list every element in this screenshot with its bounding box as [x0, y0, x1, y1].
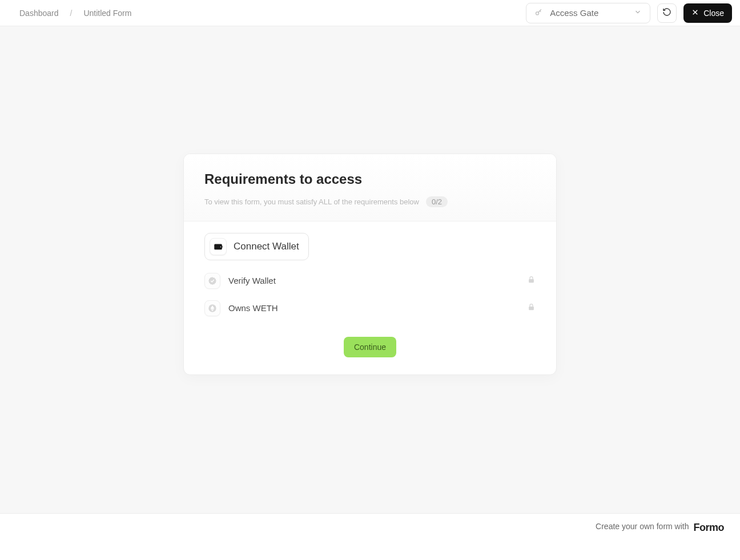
card-title: Requirements to access — [204, 171, 536, 187]
close-button[interactable]: Close — [683, 3, 732, 23]
svg-rect-6 — [529, 279, 534, 283]
connect-wallet-button[interactable]: Connect Wallet — [204, 233, 309, 260]
card-body: Connect Wallet Verify Wallet Owns WETH — [184, 221, 556, 374]
card-header: Requirements to access To view this form… — [184, 154, 556, 221]
breadcrumb: Dashboard / Untitled Form — [19, 9, 131, 18]
footer: Create your own form with Formo — [0, 513, 740, 560]
close-label: Close — [703, 9, 724, 18]
wallet-icon — [210, 238, 227, 255]
progress-badge: 0/2 — [426, 196, 448, 207]
key-icon — [534, 8, 543, 18]
verify-icon — [204, 273, 220, 289]
card-subtitle-row: To view this form, you must satisfy ALL … — [204, 196, 536, 207]
eth-icon — [204, 300, 220, 316]
refresh-button[interactable] — [657, 3, 677, 23]
footer-brand[interactable]: Formo — [694, 522, 725, 534]
breadcrumb-separator: / — [70, 9, 73, 18]
footer-text: Create your own form with — [596, 522, 689, 531]
access-gate-select[interactable]: Access Gate — [526, 3, 650, 23]
select-label: Access Gate — [550, 8, 627, 18]
lock-icon — [527, 275, 536, 286]
breadcrumb-dashboard[interactable]: Dashboard — [19, 9, 59, 18]
connect-wallet-label: Connect Wallet — [234, 241, 299, 252]
svg-point-5 — [220, 246, 222, 247]
header-right: Access Gate Close — [526, 3, 732, 23]
chevron-down-icon — [634, 8, 642, 18]
card-subtitle: To view this form, you must satisfy ALL … — [204, 198, 419, 206]
continue-button[interactable]: Continue — [344, 337, 396, 357]
lock-icon — [527, 303, 536, 313]
access-card: Requirements to access To view this form… — [183, 154, 557, 375]
continue-wrap: Continue — [204, 337, 536, 357]
main: Requirements to access To view this form… — [0, 26, 740, 513]
svg-rect-8 — [529, 307, 534, 310]
requirement-label: Owns WETH — [228, 303, 519, 313]
requirement-label: Verify Wallet — [228, 276, 519, 285]
requirement-row: Verify Wallet — [204, 267, 536, 295]
header: Dashboard / Untitled Form Access Gate Cl… — [0, 0, 740, 26]
close-icon — [691, 9, 699, 18]
refresh-icon — [662, 7, 671, 19]
requirement-row: Owns WETH — [204, 295, 536, 322]
breadcrumb-current: Untitled Form — [83, 9, 131, 18]
